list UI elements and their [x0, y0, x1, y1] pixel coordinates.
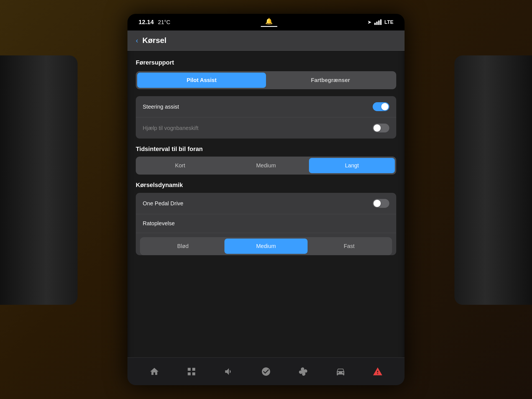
status-bar: 12.14 21°C 🔔 ➤ LTE — [127, 14, 405, 30]
steering-assist-row: Steering assist — [136, 96, 396, 117]
car-icon — [336, 367, 346, 377]
ratoplevelse-segmented-control: Blød Medium Fast — [140, 237, 392, 255]
ratoplevelse-label: Ratoplevelse — [143, 220, 175, 227]
tab-pilot-assist[interactable]: Pilot Assist — [137, 73, 266, 88]
car-mount-right — [454, 55, 532, 305]
lane-change-row: Hjælp til vognbaneskift — [136, 117, 396, 139]
volume-icon — [224, 367, 234, 377]
nav-climate[interactable] — [261, 367, 271, 377]
interval-title: Tidsinterval til bil foran — [136, 145, 396, 153]
signal-bar-1 — [374, 23, 376, 25]
status-right: ➤ LTE — [367, 19, 393, 25]
warning-icon — [373, 367, 383, 377]
one-pedal-label: One Pedal Drive — [143, 200, 183, 207]
lane-change-knob — [374, 124, 381, 132]
tab-fartbegranser[interactable]: Fartbegrænser — [266, 73, 395, 88]
seg-fast[interactable]: Fast — [308, 239, 391, 254]
status-pill — [261, 26, 277, 27]
seg-kort[interactable]: Kort — [137, 158, 223, 173]
status-temp: 21°C — [158, 19, 170, 25]
tablet: 12.14 21°C 🔔 ➤ LTE ‹ Kørsel Fø — [127, 14, 405, 385]
interval-segmented-control: Kort Medium Langt — [136, 157, 396, 175]
nav-grid[interactable] — [186, 367, 196, 377]
home-icon — [149, 367, 159, 377]
signal-bar-4 — [380, 19, 382, 25]
forersupport-title: Førersupport — [136, 59, 396, 66]
app-screen: ‹ Kørsel Førersupport Pilot Assist Fartb… — [127, 30, 405, 385]
signal-bar-3 — [378, 21, 380, 25]
status-left: 12.14 21°C — [139, 19, 170, 26]
lane-change-label: Hjælp til vognbaneskift — [143, 125, 198, 131]
one-pedal-row: One Pedal Drive — [136, 193, 396, 214]
fan-icon — [298, 367, 308, 377]
korselsdynamik-title: Kørselsdynamik — [136, 181, 396, 189]
signal-bars — [374, 19, 382, 25]
lte-label: LTE — [384, 19, 393, 25]
status-time: 12.14 — [139, 19, 154, 26]
seg-langt[interactable]: Langt — [309, 158, 395, 173]
app-header: ‹ Kørsel — [127, 30, 405, 51]
korselsdynamik-card: One Pedal Drive Ratoplevelse Blød — [136, 193, 396, 255]
page-title: Kørsel — [142, 36, 167, 45]
nav-car[interactable] — [336, 367, 346, 377]
steering-assist-toggle[interactable] — [373, 102, 389, 111]
car-mount-left — [0, 55, 78, 305]
seg-ratmedium[interactable]: Medium — [224, 239, 308, 254]
bottom-nav — [127, 357, 405, 385]
driver-assist-tab-group: Pilot Assist Fartbegrænser — [136, 71, 396, 89]
bell-icon: 🔔 — [265, 18, 273, 25]
seg-medium[interactable]: Medium — [223, 158, 309, 173]
lane-change-toggle[interactable] — [373, 124, 389, 132]
nav-fan[interactable] — [298, 367, 308, 377]
climate-icon — [261, 367, 271, 377]
steering-settings-card: Steering assist Hjælp til vognbaneskift — [136, 96, 396, 139]
one-pedal-knob — [374, 200, 381, 207]
nav-warning[interactable] — [373, 367, 383, 377]
signal-bar-2 — [376, 22, 378, 25]
ratoplevelse-control-wrapper: Blød Medium Fast — [136, 233, 396, 255]
grid-icon — [186, 367, 196, 377]
back-button[interactable]: ‹ — [136, 36, 138, 45]
one-pedal-toggle[interactable] — [373, 199, 389, 208]
steering-assist-label: Steering assist — [143, 104, 179, 110]
nav-volume[interactable] — [224, 367, 234, 377]
steering-assist-knob — [381, 103, 388, 110]
ratoplevelse-row: Ratoplevelse — [136, 214, 396, 233]
location-icon: ➤ — [367, 19, 372, 25]
seg-blod[interactable]: Blød — [141, 239, 224, 254]
settings-scroll[interactable]: Førersupport Pilot Assist Fartbegrænser … — [127, 51, 405, 357]
status-center: 🔔 — [261, 18, 277, 27]
interval-section: Tidsinterval til bil foran Kort Medium L… — [136, 145, 396, 175]
nav-home[interactable] — [149, 367, 159, 377]
